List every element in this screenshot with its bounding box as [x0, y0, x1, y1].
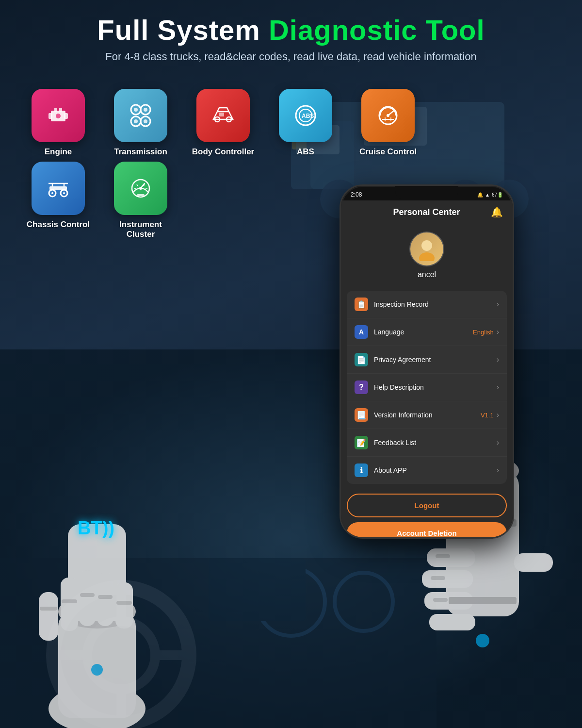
- chassis-icon-box: [32, 162, 85, 215]
- svg-point-60: [421, 240, 432, 251]
- menu-item-language[interactable]: A Language English ›: [347, 318, 507, 346]
- engine-label: Engine: [45, 147, 72, 157]
- feature-abs[interactable]: ABS ABS: [272, 89, 340, 157]
- svg-rect-22: [59, 108, 62, 112]
- language-value: English: [473, 329, 494, 336]
- version-label: Version Information: [374, 411, 481, 419]
- title-part1: Full System: [97, 14, 269, 46]
- version-value: V1.1: [481, 412, 494, 419]
- svg-point-48: [63, 192, 65, 194]
- chassis-label: Chassis Control: [27, 220, 90, 230]
- body-label: Body Controller: [192, 147, 254, 157]
- help-label: Help Description: [374, 383, 497, 391]
- svg-point-54: [139, 187, 142, 190]
- feature-chassis[interactable]: Chassis Control: [24, 162, 92, 239]
- about-chevron-icon: ›: [497, 466, 499, 475]
- language-chevron-icon: ›: [497, 328, 499, 336]
- phone-screen[interactable]: Personal Center 🔔 ancel: [341, 200, 513, 537]
- main-title: Full System Diagnostic Tool: [10, 15, 572, 46]
- instrument-label: Instrument Cluster: [107, 220, 175, 239]
- status-battery-icon: 67🔋: [492, 192, 503, 198]
- engine-icon-box: [32, 89, 85, 142]
- about-label: About APP: [374, 466, 497, 474]
- avatar-section: ancel: [341, 222, 513, 287]
- svg-point-47: [51, 192, 53, 194]
- menu-item-help[interactable]: ? Help Description ›: [347, 374, 507, 401]
- svg-text:ABS: ABS: [302, 113, 314, 119]
- feature-transmission[interactable]: Transmission: [107, 89, 175, 157]
- svg-point-40: [387, 114, 389, 117]
- privacy-icon: 📄: [355, 353, 368, 366]
- abs-label: ABS: [297, 147, 314, 157]
- feature-cruise[interactable]: Cruise Control: [354, 89, 422, 157]
- help-icon: ?: [355, 381, 368, 394]
- svg-point-30: [134, 119, 138, 123]
- icons-row-1: Engine Transmission: [24, 89, 422, 157]
- title-part2: Diagnostic Tool: [269, 14, 485, 46]
- menu-item-feedback[interactable]: 📝 Feedback List ›: [347, 429, 507, 457]
- inspection-icon: 📋: [355, 298, 368, 311]
- menu-item-privacy[interactable]: 📄 Privacy Agreement ›: [347, 346, 507, 374]
- transmission-label: Transmission: [114, 147, 167, 157]
- svg-rect-20: [64, 113, 68, 119]
- phone-body: 2:08 🔔 ▲ 67🔋 Personal Center 🔔: [340, 184, 514, 539]
- svg-point-31: [144, 119, 147, 123]
- menu-item-version[interactable]: 📃 Version Information V1.1 ›: [347, 401, 507, 429]
- version-icon: 📃: [355, 408, 368, 422]
- help-chevron-icon: ›: [497, 383, 499, 392]
- abs-icon-box: ABS: [279, 89, 332, 142]
- menu-list: 📋 Inspection Record › A Language English…: [347, 291, 507, 484]
- menu-item-inspection[interactable]: 📋 Inspection Record ›: [347, 291, 507, 318]
- svg-line-56: [137, 184, 138, 186]
- feedback-chevron-icon: ›: [497, 438, 499, 447]
- user-name: ancel: [418, 270, 436, 279]
- header-section: Full System Diagnostic Tool For 4-8 clas…: [0, 0, 582, 74]
- svg-rect-55: [137, 194, 145, 196]
- svg-point-28: [134, 108, 138, 112]
- phone-mockup: 2:08 🔔 ▲ 67🔋 Personal Center 🔔: [340, 184, 514, 539]
- transmission-icon-box: [114, 89, 167, 142]
- app-header: Personal Center 🔔: [341, 200, 513, 222]
- feedback-label: Feedback List: [374, 439, 497, 447]
- feature-instrument[interactable]: Instrument Cluster: [107, 162, 175, 239]
- user-avatar[interactable]: [409, 232, 444, 266]
- cruise-icon-box: [361, 89, 415, 142]
- svg-point-61: [419, 252, 435, 261]
- instrument-icon-box: [114, 162, 167, 215]
- main-content: Full System Diagnostic Tool For 4-8 clas…: [0, 0, 582, 728]
- status-bell-icon: 🔔: [477, 192, 483, 198]
- version-chevron-icon: ›: [497, 411, 499, 419]
- status-icons: 🔔 ▲ 67🔋: [477, 192, 503, 198]
- svg-rect-19: [48, 113, 52, 119]
- menu-item-about[interactable]: ℹ About APP ›: [347, 457, 507, 484]
- logout-button[interactable]: Logout: [347, 494, 507, 517]
- notification-bell-icon[interactable]: 🔔: [491, 206, 503, 218]
- inspection-label: Inspection Record: [374, 300, 497, 308]
- app-title: Personal Center: [362, 207, 491, 217]
- bottom-buttons: Logout Account Deletion: [341, 488, 513, 537]
- phone-notch: [395, 186, 458, 199]
- inspection-chevron-icon: ›: [497, 300, 499, 309]
- language-label: Language: [374, 328, 473, 336]
- feature-body-controller[interactable]: Body Controller: [189, 89, 257, 157]
- status-time: 2:08: [351, 191, 362, 198]
- about-icon: ℹ: [355, 463, 368, 477]
- feedback-icon: 📝: [355, 436, 368, 449]
- svg-rect-34: [219, 113, 224, 116]
- privacy-label: Privacy Agreement: [374, 356, 497, 364]
- body-icon-box: [196, 89, 250, 142]
- header-subtitle: For 4-8 class trucks, read&clear codes, …: [10, 50, 572, 65]
- icons-row-2: Chassis Control: [24, 162, 175, 239]
- svg-point-23: [56, 114, 61, 118]
- svg-point-29: [144, 108, 147, 112]
- privacy-chevron-icon: ›: [497, 355, 499, 364]
- bluetooth-badge: BT)): [78, 518, 114, 539]
- account-deletion-button[interactable]: Account Deletion: [347, 522, 507, 537]
- cruise-label: Cruise Control: [359, 147, 417, 157]
- status-signal-icon: ▲: [485, 192, 490, 198]
- feature-engine[interactable]: Engine: [24, 89, 92, 157]
- language-icon: A: [355, 325, 368, 339]
- svg-rect-21: [54, 108, 57, 112]
